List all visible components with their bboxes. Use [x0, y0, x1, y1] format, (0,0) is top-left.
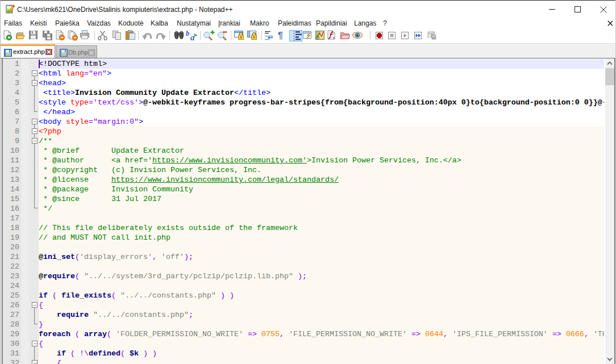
svg-text:b: b [186, 29, 190, 37]
svg-text:¶: ¶ [278, 31, 283, 40]
